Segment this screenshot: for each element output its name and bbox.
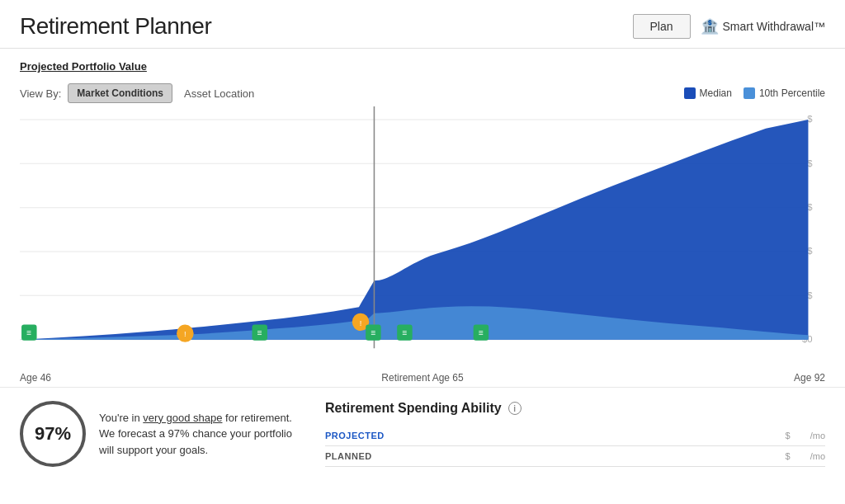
score-description: You're in very good shape for retirement… (99, 410, 297, 459)
planned-values: $ /mo (786, 451, 825, 461)
market-conditions-button[interactable]: Market Conditions (68, 83, 172, 103)
view-by-controls: View By: Market Conditions Asset Locatio… (20, 83, 259, 103)
spending-section: Retirement Spending Ability i PROJECTED … (325, 401, 825, 467)
planned-per-mo: /mo (810, 451, 825, 461)
planned-label: PLANNED (325, 451, 372, 461)
legend-median-box (684, 87, 696, 99)
smart-withdrawal-label: Smart Withdrawal™ (723, 20, 825, 33)
score-area: 97% You're in very good shape for retire… (20, 401, 300, 467)
projected-values: $ /mo (786, 431, 825, 440)
svg-text:≡: ≡ (371, 328, 375, 337)
page-title: Retirement Planner (20, 13, 211, 40)
age-left-label: Age 46 (20, 372, 51, 384)
svg-text:!: ! (360, 318, 362, 327)
chart-legend: Median 10th Percentile (684, 87, 825, 99)
spending-title: Retirement Spending Ability i (325, 401, 825, 416)
age-center-label: Retirement Age 65 (51, 372, 794, 384)
bottom-section: 97% You're in very good shape for retire… (0, 387, 845, 480)
projected-label: PROJECTED (325, 431, 385, 440)
plan-button[interactable]: Plan (633, 14, 691, 39)
header: Retirement Planner Plan 🏦 Smart Withdraw… (0, 0, 845, 49)
age-labels: Age 46 Retirement Age 65 Age 92 (0, 370, 845, 384)
score-circle: 97% (20, 401, 86, 467)
header-actions: Plan 🏦 Smart Withdrawal™ (633, 14, 826, 39)
legend-median: Median (684, 87, 732, 99)
smart-withdrawal-icon: 🏦 (701, 17, 719, 35)
spending-planned-row: PLANNED $ /mo (325, 446, 825, 467)
view-by-row: View By: Market Conditions Asset Locatio… (0, 78, 845, 106)
asset-location-button[interactable]: Asset Location (179, 84, 259, 103)
projected-per-mo: /mo (810, 431, 825, 440)
projected-dollar: $ (786, 431, 791, 440)
subheader: Projected Portfolio Value (0, 49, 845, 78)
svg-text:!: ! (184, 329, 186, 338)
planned-dollar: $ (786, 451, 791, 461)
svg-text:≡: ≡ (26, 328, 31, 337)
legend-10th-box (744, 87, 755, 99)
age-right-label: Age 92 (794, 372, 825, 384)
smart-withdrawal-link[interactable]: 🏦 Smart Withdrawal™ (701, 17, 825, 35)
chart-svg: $ $ $ $ $ $0 ≡ ! ≡ ! ≡ (20, 106, 825, 370)
svg-text:≡: ≡ (402, 328, 407, 337)
legend-10th-label: 10th Percentile (759, 87, 825, 99)
portfolio-chart: $ $ $ $ $ $0 ≡ ! ≡ ! ≡ (20, 106, 825, 370)
svg-text:≡: ≡ (479, 328, 484, 337)
spending-projected-row: PROJECTED $ /mo (325, 426, 825, 446)
median-area (20, 120, 808, 340)
view-by-label: View By: (20, 87, 61, 100)
legend-10th: 10th Percentile (744, 87, 825, 99)
spending-info-icon[interactable]: i (508, 402, 522, 415)
legend-median-label: Median (700, 87, 732, 99)
svg-text:≡: ≡ (257, 328, 262, 337)
projected-portfolio-label: Projected Portfolio Value (20, 60, 147, 73)
score-value: 97% (35, 423, 71, 445)
